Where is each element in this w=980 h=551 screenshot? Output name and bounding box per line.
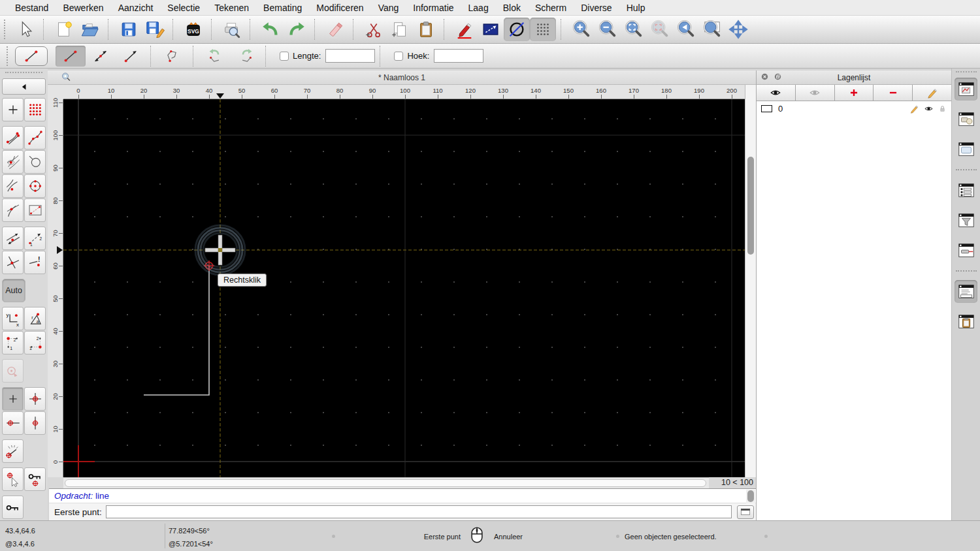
- menu-selectie[interactable]: Selectie: [160, 3, 207, 13]
- dock-clipboard-button[interactable]: [955, 310, 977, 333]
- undo-segment-button[interactable]: [201, 46, 231, 67]
- dock-library-browser-button[interactable]: [955, 138, 977, 161]
- palette-back-button[interactable]: [2, 78, 46, 95]
- dock-command-line-button[interactable]: [955, 280, 977, 303]
- add-layer-button[interactable]: [835, 85, 874, 101]
- restrict-orthogonal-button[interactable]: [24, 387, 46, 411]
- delete-button[interactable]: [322, 18, 348, 41]
- draft-mode-button[interactable]: [504, 18, 530, 41]
- length-input[interactable]: [325, 49, 375, 63]
- lock-icon[interactable]: [938, 104, 947, 113]
- float-panel-icon[interactable]: [773, 72, 783, 82]
- length-checkbox[interactable]: [280, 52, 289, 61]
- menu-blok[interactable]: Blok: [496, 3, 528, 13]
- snap-parallel-button[interactable]: [2, 227, 24, 250]
- snap-range-button[interactable]: [24, 198, 46, 222]
- menu-bemating[interactable]: Bemating: [256, 3, 309, 13]
- toolbar-drag-handle[interactable]: [4, 20, 8, 39]
- dock-layer-list-button[interactable]: [955, 78, 977, 101]
- vertical-scrollbar[interactable]: [745, 85, 756, 477]
- dock-drag-handle[interactable]: [956, 71, 977, 75]
- restrict-horizontal-button[interactable]: [2, 411, 24, 435]
- current-tool-button[interactable]: [15, 46, 48, 66]
- horizontal-scrollbar[interactable]: [63, 477, 709, 488]
- vertical-scrollbar-thumb[interactable]: [747, 157, 754, 255]
- dock-entity-list-button[interactable]: [955, 179, 977, 202]
- zoom-out-button[interactable]: [595, 18, 621, 41]
- zoom-selection-button[interactable]: [647, 18, 673, 41]
- auto-snap-button[interactable]: Auto: [2, 279, 25, 302]
- restrict-vertical-button[interactable]: [24, 411, 46, 435]
- menu-bewerken[interactable]: Bewerken: [56, 3, 110, 13]
- toolbar-drag-handle[interactable]: [7, 46, 11, 66]
- restrict-nothing-button[interactable]: [2, 387, 24, 411]
- snap-center-button[interactable]: [2, 150, 24, 174]
- command-window-button[interactable]: [737, 505, 754, 519]
- corner-second-first-button[interactable]: 12: [24, 331, 46, 354]
- show-all-layers-button[interactable]: [757, 85, 796, 101]
- pick-coordinate-button[interactable]: [2, 467, 24, 491]
- save-button[interactable]: [116, 18, 142, 41]
- snap-endpoints-button[interactable]: [2, 126, 24, 150]
- pen-attributes-button[interactable]: [451, 18, 478, 41]
- open-file-button[interactable]: [77, 18, 103, 41]
- set-relative-zero-button[interactable]: [2, 496, 24, 519]
- dock-block-list-button[interactable]: [955, 108, 977, 131]
- copy-button[interactable]: [387, 18, 413, 41]
- polyline-button[interactable]: [158, 46, 188, 67]
- palette-drag-handle[interactable]: [5, 72, 42, 76]
- edit-layer-button[interactable]: [913, 85, 951, 101]
- menu-vang[interactable]: Vang: [371, 3, 406, 13]
- command-history-scrollbar-thumb[interactable]: [747, 490, 754, 502]
- snap-circle-button[interactable]: [24, 174, 46, 198]
- line-segment-button[interactable]: [56, 46, 86, 67]
- menu-bestand[interactable]: Bestand: [8, 3, 56, 13]
- zoom-previous-button[interactable]: [673, 18, 699, 41]
- close-icon[interactable]: [760, 72, 770, 82]
- snap-sequence-button[interactable]: 12: [24, 227, 46, 250]
- snap-on-entity-button[interactable]: [24, 126, 46, 150]
- menu-hulp[interactable]: Hulp: [619, 3, 653, 13]
- menu-scherm[interactable]: Scherm: [528, 3, 574, 13]
- angle-checkbox[interactable]: [394, 52, 403, 61]
- paste-button[interactable]: [413, 18, 439, 41]
- hide-all-layers-button[interactable]: [796, 85, 835, 101]
- horizontal-scrollbar-thumb[interactable]: [65, 479, 706, 487]
- command-input[interactable]: [106, 505, 732, 518]
- zoom-auto-button[interactable]: [621, 18, 647, 41]
- menu-laag[interactable]: Laag: [461, 3, 496, 13]
- dock-selection-filter-button[interactable]: [955, 209, 977, 232]
- snap-middle-button[interactable]: [24, 150, 46, 174]
- redo-button[interactable]: [284, 18, 310, 41]
- snap-intersection-manual-button[interactable]: !: [24, 251, 46, 274]
- snap-distance-button[interactable]: [2, 174, 24, 198]
- zoom-in-button[interactable]: [568, 18, 595, 41]
- selection-pointer-button[interactable]: [478, 18, 504, 41]
- menu-diverse[interactable]: Diverse: [574, 3, 619, 13]
- command-history-scrollbar[interactable]: [746, 490, 755, 503]
- menu-informatie[interactable]: Informatie: [406, 3, 461, 13]
- line-arrow-button[interactable]: [116, 46, 146, 67]
- relative-zero-button[interactable]: [2, 359, 24, 383]
- coordinate-xy-button[interactable]: yx: [2, 307, 24, 330]
- undo-button[interactable]: [257, 18, 284, 41]
- lock-relative-zero-button[interactable]: [24, 467, 46, 491]
- menu-aanzicht[interactable]: Aanzicht: [111, 3, 161, 13]
- new-document-button[interactable]: [51, 18, 77, 41]
- snap-free-button[interactable]: [2, 98, 24, 121]
- drawing-canvas[interactable]: Rechtsklik: [63, 99, 745, 477]
- layer-row[interactable]: 0: [757, 101, 951, 116]
- print-preview-button[interactable]: [219, 18, 245, 41]
- grid-button[interactable]: [530, 18, 556, 41]
- dock-pen-palette-button[interactable]: [955, 239, 977, 262]
- angle-gauge-button[interactable]: [2, 439, 24, 463]
- edit-layer-icon[interactable]: [909, 104, 919, 114]
- menu-tekenen[interactable]: Tekenen: [207, 3, 256, 13]
- zoom-window-button[interactable]: [699, 18, 725, 41]
- corner-first-second-button[interactable]: 12: [2, 331, 24, 354]
- pan-button[interactable]: [725, 18, 751, 41]
- save-as-button[interactable]: [142, 18, 168, 41]
- snap-tangent-button[interactable]: [2, 198, 24, 222]
- cut-button[interactable]: [361, 18, 387, 41]
- svg-export-button[interactable]: SVG: [180, 18, 206, 41]
